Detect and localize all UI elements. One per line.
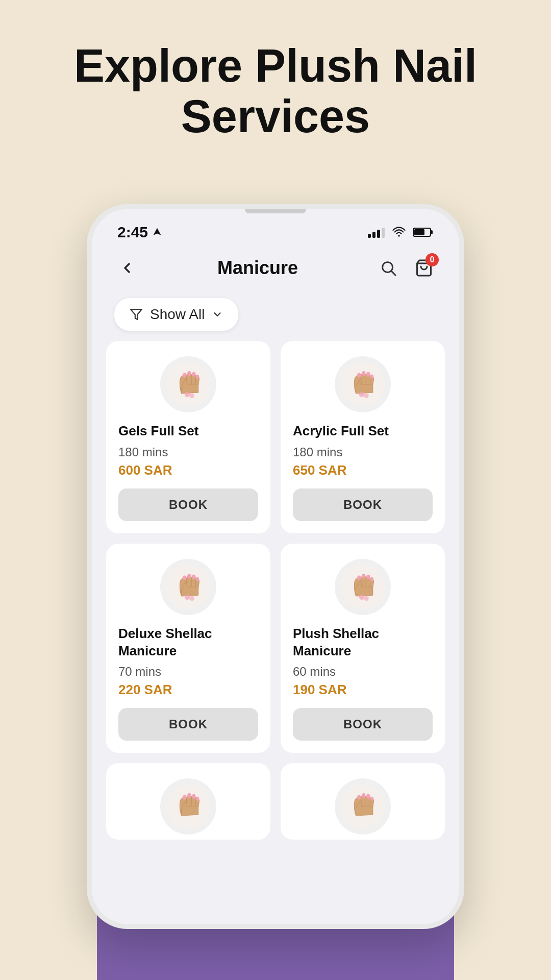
nail-hand-plush-icon xyxy=(340,564,386,610)
svg-point-23 xyxy=(183,575,186,580)
svg-point-28 xyxy=(190,596,194,601)
status-time: 2:45 xyxy=(117,224,162,241)
svg-point-31 xyxy=(362,574,365,578)
svg-rect-2 xyxy=(431,230,433,234)
service-image-deluxe xyxy=(160,559,216,615)
service-card-gels-full-set: Gels Full Set 180 mins 600 SAR BOOK xyxy=(106,341,270,533)
filter-button[interactable]: Show All xyxy=(114,298,238,331)
service-image-container xyxy=(118,356,258,412)
service-image-gels xyxy=(160,356,216,412)
service-card-plush-shellac: Plush Shellac Manicure 60 mins 190 SAR B… xyxy=(281,544,445,753)
filter-label: Show All xyxy=(150,306,205,323)
svg-point-19 xyxy=(370,375,373,379)
service-image-container-deluxe xyxy=(118,559,258,615)
nail-hand-partial-right-icon xyxy=(340,783,386,829)
cart-button[interactable]: 0 xyxy=(411,255,437,281)
svg-point-20 xyxy=(359,391,365,397)
svg-point-21 xyxy=(364,394,369,398)
service-card-deluxe-shellac: Deluxe Shellac Manicure 70 mins 220 SAR … xyxy=(106,544,270,753)
nail-hand-deluxe-icon xyxy=(165,564,211,610)
svg-point-42 xyxy=(357,795,361,800)
service-image-acrylic xyxy=(335,356,391,412)
svg-point-14 xyxy=(190,394,194,398)
wifi-icon xyxy=(392,227,406,238)
services-scroll: Gels Full Set 180 mins 600 SAR BOOK xyxy=(92,341,459,860)
phone-frame: 2:45 xyxy=(87,204,464,929)
svg-point-13 xyxy=(185,391,190,397)
service-price-plush: 190 SAR xyxy=(293,682,347,698)
svg-point-44 xyxy=(366,794,370,799)
app-header: Manicure 0 xyxy=(92,245,459,291)
service-image-partial-right xyxy=(335,778,391,835)
filter-bar: Show All xyxy=(92,291,459,341)
service-image-container-partial-right xyxy=(293,778,433,835)
service-name-gels: Gels Full Set xyxy=(118,423,199,440)
service-name-deluxe: Deluxe Shellac Manicure xyxy=(118,625,258,660)
service-image-container-plush xyxy=(293,559,433,615)
book-button-gels[interactable]: BOOK xyxy=(118,488,258,521)
location-icon xyxy=(152,227,162,237)
service-card-partial-left xyxy=(106,763,270,840)
svg-line-5 xyxy=(391,271,395,275)
svg-point-32 xyxy=(366,574,370,579)
nail-hand-acrylic-icon xyxy=(340,361,386,407)
svg-point-0 xyxy=(398,235,400,237)
status-bar: 2:45 xyxy=(92,209,459,245)
service-image-partial-left xyxy=(160,778,216,835)
svg-point-18 xyxy=(366,372,370,377)
nail-hand-icon xyxy=(165,361,211,407)
book-button-plush[interactable]: BOOK xyxy=(293,708,433,741)
status-icons xyxy=(368,227,434,238)
svg-marker-7 xyxy=(131,309,142,320)
search-icon xyxy=(380,259,397,277)
header-title: Manicure xyxy=(217,257,298,279)
service-image-container-acrylic xyxy=(293,356,433,412)
svg-point-39 xyxy=(192,794,195,799)
svg-rect-3 xyxy=(414,229,424,235)
service-image-plush xyxy=(335,559,391,615)
svg-point-9 xyxy=(183,373,186,378)
battery-icon xyxy=(413,227,434,238)
service-card-acrylic-full-set: Acrylic Full Set 180 mins 650 SAR BOOK xyxy=(281,341,445,533)
page-title: Explore Plush Nail Services xyxy=(0,41,551,142)
svg-point-12 xyxy=(196,375,199,379)
service-duration-plush: 60 mins xyxy=(293,665,336,679)
service-duration-gels: 180 mins xyxy=(118,445,168,459)
svg-point-34 xyxy=(359,594,365,600)
chevron-down-icon xyxy=(212,309,223,320)
svg-point-26 xyxy=(196,577,199,581)
svg-point-25 xyxy=(192,574,195,579)
svg-point-10 xyxy=(187,371,191,376)
filter-icon xyxy=(130,308,143,321)
svg-point-16 xyxy=(357,373,361,378)
book-button-deluxe[interactable]: BOOK xyxy=(118,708,258,741)
header-actions: 0 xyxy=(375,255,437,281)
svg-point-43 xyxy=(362,793,365,798)
services-grid: Gels Full Set 180 mins 600 SAR BOOK xyxy=(106,341,445,840)
service-duration-acrylic: 180 mins xyxy=(293,445,342,459)
cart-badge: 0 xyxy=(425,253,439,266)
svg-point-30 xyxy=(357,575,361,580)
service-price-deluxe: 220 SAR xyxy=(118,682,172,698)
svg-point-11 xyxy=(192,372,195,377)
svg-point-45 xyxy=(370,797,373,801)
service-image-container-partial-left xyxy=(118,778,258,835)
svg-point-38 xyxy=(187,793,191,798)
book-button-acrylic[interactable]: BOOK xyxy=(293,488,433,521)
nail-hand-partial-left-icon xyxy=(165,783,211,829)
service-price-acrylic: 650 SAR xyxy=(293,462,347,478)
svg-point-37 xyxy=(183,795,186,800)
service-price-gels: 600 SAR xyxy=(118,462,172,478)
back-icon xyxy=(119,260,135,276)
search-button[interactable] xyxy=(375,255,401,281)
phone-notch xyxy=(245,209,306,213)
back-button[interactable] xyxy=(114,255,140,281)
service-name-plush: Plush Shellac Manicure xyxy=(293,625,433,660)
svg-point-33 xyxy=(370,577,373,581)
svg-point-27 xyxy=(185,594,190,600)
svg-point-17 xyxy=(362,371,365,376)
service-duration-deluxe: 70 mins xyxy=(118,665,161,679)
signal-icon xyxy=(368,227,385,238)
svg-point-35 xyxy=(364,596,369,601)
svg-point-24 xyxy=(187,574,191,578)
